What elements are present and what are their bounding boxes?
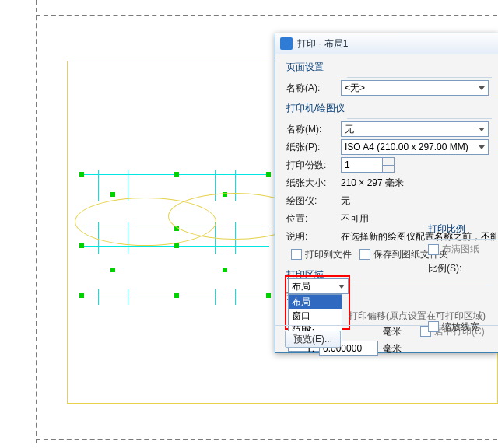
input-copies[interactable]: 1 <box>341 157 383 173</box>
dialog-title: 打印 - 布局1 <box>297 37 348 51</box>
label-copies: 打印份数: <box>286 159 341 172</box>
checkbox-lineweights[interactable]: 缩放线宽 <box>428 320 479 334</box>
checkbox-fit-paper[interactable]: 布满图纸 <box>428 243 479 256</box>
preview-button[interactable]: 预览(E)... <box>285 331 341 348</box>
label-size: 纸张大小: <box>286 177 341 190</box>
label-location: 位置: <box>286 212 341 226</box>
select-plot-range[interactable]: 布局 <box>288 278 349 294</box>
select-printer-name[interactable]: 无 <box>341 121 489 137</box>
label-plotter: 绘图仪: <box>286 194 341 208</box>
chevron-down-icon <box>479 128 485 131</box>
value-plotter: 无 <box>341 194 350 208</box>
label-name-a: 名称(A): <box>286 82 341 95</box>
value-paper-size: 210 × 297 毫米 <box>341 177 404 190</box>
label-ratio: 比例(S): <box>428 262 496 275</box>
label-desc: 说明: <box>286 230 341 243</box>
cad-drawing <box>82 174 277 310</box>
group-plot-offset: 打印偏移 <box>288 298 325 311</box>
value-location: 不可用 <box>341 212 369 226</box>
chevron-down-icon <box>338 285 345 289</box>
select-paper[interactable]: ISO A4 (210.00 x 297.00 MM) <box>341 139 489 155</box>
group-plot-scale: 打印比例 <box>428 222 496 236</box>
select-page-setup[interactable]: <无> <box>341 80 489 96</box>
label-name-m: 名称(M): <box>286 123 341 136</box>
chevron-down-icon <box>479 86 485 90</box>
chevron-down-icon <box>479 145 485 149</box>
dialog-titlebar[interactable]: 打印 - 布局1 <box>275 33 498 54</box>
app-icon <box>280 37 293 50</box>
checkbox-print-to-file[interactable]: 打印到文件 <box>291 248 352 261</box>
group-printer: 打印机/绘图仪 <box>286 102 498 115</box>
group-page-setup: 页面设置 <box>286 61 498 74</box>
label-paper: 纸张(P): <box>286 141 341 154</box>
